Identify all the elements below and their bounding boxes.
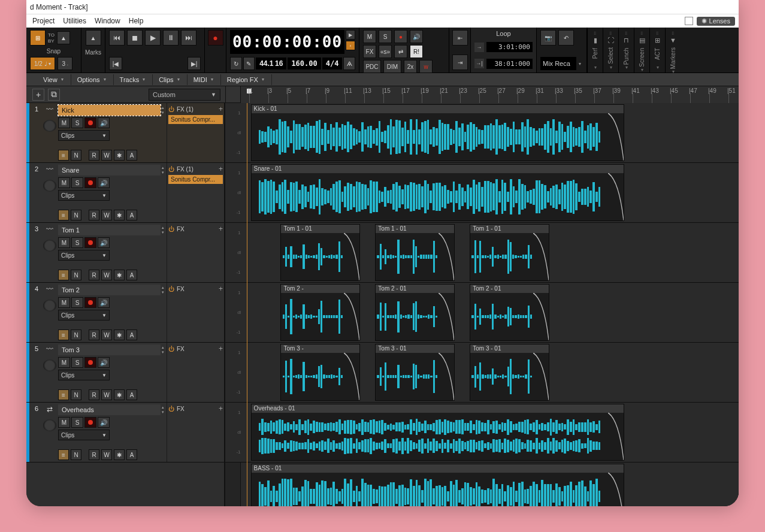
track-view-select[interactable]: Custom ▼ — [149, 89, 220, 101]
toolbar-strip-screen[interactable]: ⠿ ▤ Screen ▾ — [634, 28, 649, 72]
audio-clip[interactable]: Tom 1 - 01 — [470, 224, 549, 281]
add-folder-button[interactable]: ⧉ — [48, 89, 60, 101]
chevron-down-icon[interactable]: ▾ — [579, 61, 583, 66]
mute-button[interactable]: M — [58, 177, 70, 188]
pdc-button[interactable]: PDC — [363, 60, 381, 73]
audio-clip[interactable]: Tom 3 - 01 — [375, 344, 455, 401]
fade-out-handle[interactable] — [608, 113, 624, 161]
mute-button[interactable]: M — [58, 417, 70, 428]
fx-power-icon[interactable]: ⏻ — [168, 346, 174, 352]
edit-filter-select[interactable]: Clips▼ — [58, 310, 110, 321]
fade-out-handle[interactable] — [344, 293, 359, 340]
crossfade-button[interactable]: ⇄ — [394, 45, 407, 58]
samplerate-display[interactable]: 44.1 16 — [256, 58, 286, 69]
mute-all[interactable]: M — [363, 30, 376, 43]
mute-button[interactable]: M — [58, 237, 70, 248]
dim-button[interactable]: DIM — [383, 60, 401, 73]
timeline-lane[interactable]: Tom 2 - Tom 2 - 01 Tom 2 - 01 — [241, 283, 739, 343]
expand-up-icon[interactable]: ▴ — [162, 165, 164, 170]
fade-out-handle[interactable] — [439, 293, 454, 340]
waveform-toggle[interactable]: N — [71, 449, 81, 460]
track-name[interactable]: Overheads — [58, 404, 161, 415]
mix-recall[interactable]: Mix Reca — [540, 57, 576, 70]
audio-clip[interactable]: Tom 2 - — [280, 284, 360, 341]
track-name[interactable]: Snare — [58, 165, 161, 176]
fx-label[interactable]: FX — [177, 406, 185, 412]
read-button[interactable]: R — [89, 270, 99, 280]
snap-toggle[interactable]: ⊞ — [30, 30, 46, 46]
expand-up-icon[interactable]: ▴ — [162, 105, 164, 110]
automation-lane-toggle[interactable]: ≡ — [58, 210, 69, 220]
waveform-toggle[interactable]: N — [71, 389, 81, 400]
loop-out-time[interactable]: 38:01:000 — [486, 59, 533, 69]
audio-clip[interactable]: BASS - 01 — [251, 464, 624, 506]
timeline-lane[interactable]: Overheads - 01 — [241, 403, 739, 463]
arm-record-button[interactable] — [84, 177, 96, 188]
track-image[interactable] — [43, 419, 56, 431]
fx-chip[interactable]: Sonitus Compr... — [168, 175, 223, 184]
arm-record-button[interactable] — [84, 297, 96, 308]
scrub-button[interactable]: «s» — [379, 45, 392, 58]
audio-clip[interactable]: Overheads - 01 — [251, 404, 624, 461]
arm-record-button[interactable] — [84, 237, 96, 248]
edit-filter-select[interactable]: Clips▼ — [58, 370, 110, 380]
add-fx-button[interactable]: + — [219, 105, 223, 113]
snap-value[interactable]: 1/2 ♩ ▾ — [30, 57, 55, 70]
add-fx-button[interactable]: + — [219, 225, 223, 233]
archive-button[interactable]: A — [126, 389, 137, 400]
write-button[interactable]: w — [419, 60, 433, 73]
archive-button[interactable]: A — [126, 449, 137, 460]
solo-button[interactable]: S — [71, 297, 83, 308]
audio-clip[interactable]: Tom 1 - 01 — [280, 224, 360, 281]
track-image[interactable] — [43, 240, 56, 252]
write-button[interactable]: W — [101, 449, 112, 460]
arm-record-button[interactable] — [84, 357, 96, 368]
snapshot-button[interactable]: ✱ — [114, 389, 125, 400]
audio-clip[interactable]: Snare - 01 — [251, 164, 624, 221]
expand-up-icon[interactable]: ▴ — [162, 285, 164, 290]
input-echo-button[interactable]: 🔊 — [98, 297, 110, 308]
expand-down-icon[interactable]: ▾ — [162, 350, 164, 355]
input-echo-button[interactable]: 🔊 — [98, 117, 110, 128]
write-button[interactable]: W — [101, 150, 112, 161]
fx-label[interactable]: FX — [177, 286, 185, 292]
toolbar-strip-perf[interactable]: ⠿ ▮ Perf ▾ — [587, 28, 603, 72]
loop-icon-button[interactable]: ↻ — [230, 57, 242, 70]
menu-project[interactable]: Project — [32, 17, 55, 25]
input-echo-button[interactable]: 🔊 — [98, 357, 110, 368]
go-start-button[interactable]: |◀ — [109, 57, 122, 70]
track-name[interactable]: Tom 1 — [58, 225, 161, 235]
fx-power-icon[interactable]: ⏻ — [168, 286, 174, 292]
read-button[interactable]: R — [89, 389, 99, 400]
snapshot-button[interactable]: ✱ — [114, 210, 125, 220]
fx-label[interactable]: FX — [177, 226, 185, 232]
fx-label[interactable]: FX (1) — [177, 166, 193, 173]
viewbar-clips[interactable]: Clips▾ — [154, 74, 187, 85]
viewbar-tracks[interactable]: Tracks▾ — [115, 74, 153, 85]
play-button[interactable]: ▶ — [145, 30, 161, 46]
fade-out-handle[interactable] — [344, 353, 359, 400]
loop-out-jump[interactable]: →| — [474, 59, 484, 68]
reset-button[interactable]: R! — [410, 45, 423, 58]
archive-button[interactable]: A — [126, 150, 137, 161]
input-echo-button[interactable]: 🔊 — [98, 237, 110, 248]
fade-out-handle[interactable] — [439, 353, 454, 400]
expand-down-icon[interactable]: ▾ — [162, 110, 164, 115]
read-button[interactable]: R — [89, 210, 99, 220]
timeline-lane[interactable]: Snare - 01 — [241, 163, 739, 223]
fx-power-icon[interactable]: ⏻ — [168, 406, 174, 412]
audio-clip[interactable]: Tom 3 - — [280, 344, 360, 401]
timeline-lane[interactable]: Tom 3 - Tom 3 - 01 Tom 3 - 01 — [241, 343, 739, 403]
track-name[interactable]: Tom 3 — [58, 344, 161, 355]
viewbar-regionfx[interactable]: Region FX▾ — [222, 74, 272, 85]
go-end-button[interactable]: ▶| — [188, 57, 201, 70]
tempo-display[interactable]: 160.00 — [288, 58, 320, 69]
audio-clip[interactable]: Tom 2 - 01 — [375, 284, 455, 341]
track-image[interactable] — [43, 300, 56, 312]
expand-down-icon[interactable]: ▾ — [162, 410, 164, 415]
fx-label[interactable]: FX (1) — [177, 106, 193, 113]
timeline[interactable]: Kick - 01 Snare - 01 Tom 1 - 01 Tom 1 - … — [241, 103, 739, 506]
menu-utilities[interactable]: Utilities — [63, 17, 86, 25]
metronome-button[interactable]: ✎ — [243, 57, 255, 70]
add-fx-button[interactable]: + — [219, 344, 223, 353]
